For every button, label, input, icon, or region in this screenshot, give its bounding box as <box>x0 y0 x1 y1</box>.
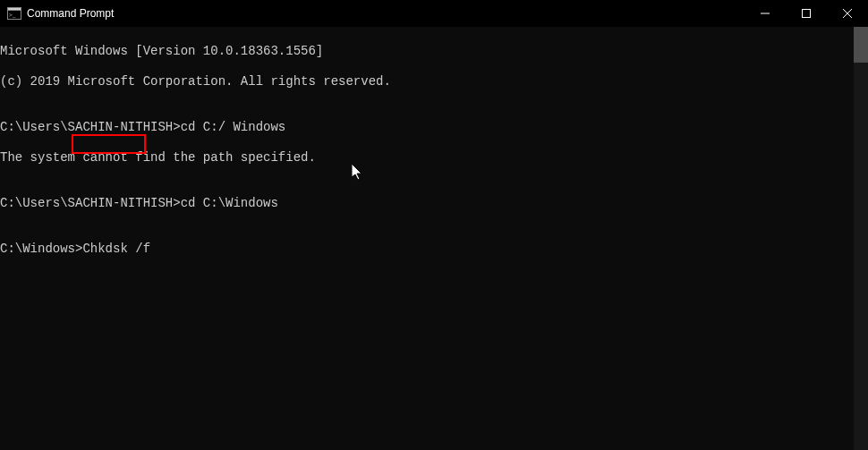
svg-rect-1 <box>8 8 21 11</box>
close-button[interactable] <box>827 0 868 27</box>
window-title: Command Prompt <box>27 7 114 20</box>
terminal-line: Microsoft Windows [Version 10.0.18363.15… <box>0 44 868 59</box>
terminal-line: C:\Windows>Chkdsk /f <box>0 242 868 257</box>
terminal-line: C:\Users\SACHIN-NITHISH>cd C:/ Windows <box>0 120 868 135</box>
svg-text:>_: >_ <box>9 12 16 19</box>
terminal-output[interactable]: Microsoft Windows [Version 10.0.18363.15… <box>0 27 868 450</box>
titlebar: >_ Command Prompt <box>0 0 868 27</box>
svg-rect-4 <box>803 10 811 18</box>
scrollbar[interactable] <box>854 27 868 450</box>
terminal-line: C:\Users\SACHIN-NITHISH>cd C:\Windows <box>0 196 868 211</box>
minimize-button[interactable] <box>745 0 786 27</box>
scrollbar-thumb[interactable] <box>854 27 868 63</box>
terminal-line: (c) 2019 Microsoft Corporation. All righ… <box>0 74 868 89</box>
cmd-icon: >_ <box>7 7 21 20</box>
titlebar-left: >_ Command Prompt <box>7 7 114 20</box>
terminal-line: The system cannot find the path specifie… <box>0 150 868 166</box>
maximize-button[interactable] <box>786 0 827 27</box>
window-controls <box>745 0 868 27</box>
